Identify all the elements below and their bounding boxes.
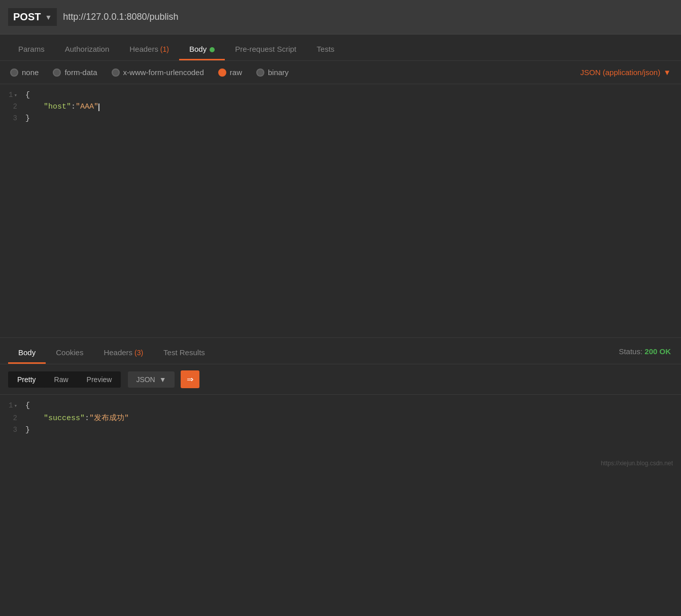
json-type-button[interactable]: JSON (application/json) ▼ [581,68,671,77]
radio-raw[interactable]: raw [218,68,242,77]
tab-label: Tests [317,45,334,53]
url-input[interactable] [63,12,673,22]
wrap-button[interactable]: ⇒ [181,370,199,388]
line-number: 2 [0,102,25,111]
format-bar: PrettyRawPreview JSON ▼ ⇒ [0,364,681,395]
line-number: 2 [0,414,25,422]
text-cursor [98,104,99,111]
json-value: "AAA" [76,102,98,111]
status-badge: Status: 200 OK [619,347,671,355]
format-btn-preview[interactable]: Preview [78,371,121,388]
json-type-label: JSON (application/json) [581,68,661,77]
json-brace: } [25,114,30,123]
json-value: "发布成功" [89,414,129,423]
code-content: } [25,426,30,434]
method-label: POST [13,11,41,23]
format-group: PrettyRawPreview [8,371,121,388]
response-tab-label: Cookies [56,348,83,357]
json-key: "success" [44,414,85,423]
body-type-bar: noneform-datax-www-form-urlencodedrawbin… [0,61,681,84]
tab-tests[interactable]: Tests [307,38,345,60]
response-tab-headers[interactable]: Headers (3) [93,341,153,364]
radio-label-form-data: form-data [64,68,97,77]
response-tab-cookies[interactable]: Cookies [46,341,93,364]
code-line: 2 "success":"发布成功" [0,412,681,424]
format-btn-raw[interactable]: Raw [45,371,78,388]
code-content: { [25,401,30,410]
json-format-button[interactable]: JSON ▼ [128,371,174,388]
fold-arrow-icon[interactable]: ▾ [14,403,17,409]
radio-label-none: none [22,68,39,77]
code-content: "host":"AAA" [25,102,99,111]
format-btn-pretty[interactable]: Pretty [8,371,45,388]
json-brace: { [25,91,30,99]
watermark-text: https://xiejun.blog.csdn.net [601,460,673,467]
tab-prerequest[interactable]: Pre-request Script [225,38,307,60]
response-body-editor: 1▾{2 "success":"发布成功"3} [0,395,681,456]
code-line: 2 "host":"AAA" [0,101,681,113]
response-section: BodyCookiesHeaders (3)Test Results Statu… [0,338,681,471]
code-line: 3} [0,113,681,124]
json-format-label: JSON [136,375,155,384]
json-brace: { [25,401,30,410]
json-brace: } [25,426,30,434]
response-tab-body[interactable]: Body [8,341,46,364]
radio-circle-raw [218,69,226,77]
json-format-arrow: ▼ [159,375,166,384]
response-tab-testresults[interactable]: Test Results [153,341,215,364]
response-tab-badge: (3) [132,349,143,357]
radio-binary[interactable]: binary [256,68,289,77]
response-tab-bar: BodyCookiesHeaders (3)Test Results Statu… [0,338,681,364]
radio-label-urlencoded: x-www-form-urlencoded [123,68,204,77]
tab-label: Authorization [65,45,110,53]
method-dropdown-arrow: ▼ [45,13,52,21]
response-tab-label: Body [18,348,36,357]
request-tab-bar: ParamsAuthorizationHeaders (1)BodyPre-re… [0,35,681,61]
radio-urlencoded[interactable]: x-www-form-urlencoded [112,68,204,77]
tab-label: Pre-request Script [235,45,296,53]
line-number: 3 [0,426,25,434]
request-body-editor[interactable]: 1▾{2 "host":"AAA"3} [0,84,681,338]
tab-authorization[interactable]: Authorization [55,38,120,60]
code-content: { [25,91,30,99]
code-content: "success":"发布成功" [25,413,129,423]
radio-circle-form-data [53,69,61,77]
tab-label: Body [189,45,207,53]
radio-form-data[interactable]: form-data [53,68,97,77]
line-number: 1▾ [0,401,25,409]
tab-label: Params [18,45,45,53]
json-key: "host" [44,102,71,111]
radio-label-binary: binary [268,68,289,77]
wrap-icon: ⇒ [187,374,193,384]
status-label: Status: [619,347,642,355]
tab-headers[interactable]: Headers (1) [119,38,179,60]
tab-body[interactable]: Body [179,38,225,60]
radio-circle-binary [256,69,264,77]
code-line: 1▾{ [0,89,681,101]
tab-badge: (1) [158,45,169,53]
tab-params[interactable]: Params [8,38,55,60]
radio-none[interactable]: none [10,68,39,77]
response-tab-label: Test Results [163,348,205,357]
line-number: 1▾ [0,91,25,99]
code-line: 1▾{ [0,400,681,412]
radio-label-raw: raw [230,68,242,77]
radio-circle-none [10,69,18,77]
url-bar: POST ▼ [0,0,681,35]
radio-circle-urlencoded [112,69,120,77]
response-tab-label: Headers [104,348,132,357]
code-line: 3} [0,424,681,436]
json-type-arrow: ▼ [663,68,671,77]
footer-watermark: https://xiejun.blog.csdn.net [0,456,681,471]
fold-arrow-icon[interactable]: ▾ [14,92,17,98]
line-number: 3 [0,114,25,122]
status-value: 200 OK [644,347,671,355]
tab-label: Headers [129,45,158,53]
tab-dot [210,47,215,52]
method-select[interactable]: POST ▼ [8,8,57,26]
code-content: } [25,114,30,123]
